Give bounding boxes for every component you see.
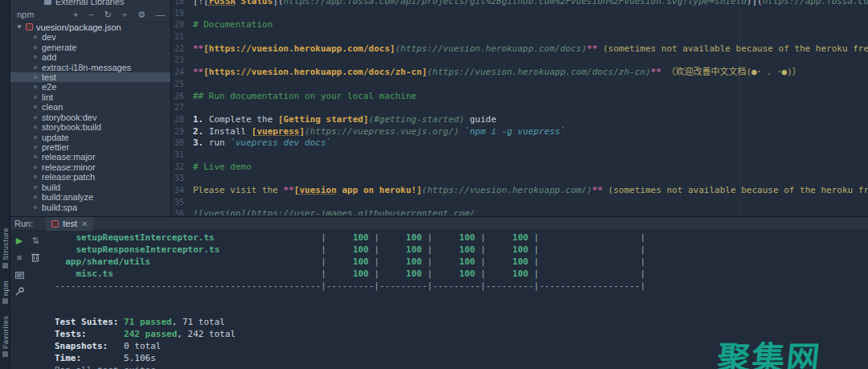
line-number: 22 [171, 43, 187, 55]
editor-line: 20# Documentation [171, 19, 868, 31]
npm-scripts-tree: ▼ vuesion/package.json devgenerateaddext… [10, 22, 171, 212]
pin-icon[interactable] [14, 285, 25, 297]
code-segment: )]( [747, 0, 763, 6]
npm-tree-root[interactable]: ▼ vuesion/package.json [10, 22, 171, 32]
npm-script-e2e[interactable]: e2e [10, 82, 171, 92]
npm-script-label: test [42, 72, 56, 82]
script-bullet-icon [34, 206, 37, 209]
code-text: 3. run `vuepress dev docs` [187, 137, 331, 150]
rerun-play-icon[interactable]: ▶ [14, 235, 25, 246]
code-segment [459, 126, 465, 137]
npm-script-add[interactable]: add [10, 52, 171, 62]
line-number: 25 [171, 79, 187, 91]
code-text [187, 31, 193, 43]
summary-rest: 5.106s [124, 353, 156, 363]
script-bullet-icon [34, 66, 37, 69]
npm-script-build:spa[interactable]: build:spa [10, 202, 171, 211]
tool-strip-tab-npm[interactable]: npm [0, 272, 10, 304]
tool-strip-tab-structure[interactable]: Structure [0, 219, 10, 269]
script-bullet-icon [34, 46, 37, 49]
line-number: 36 [171, 208, 187, 215]
code-segment: ## Run documentation on your local machi… [193, 91, 416, 101]
script-bullet-icon [34, 136, 37, 139]
npm-script-label: lint [42, 92, 53, 102]
editor-line: 35 [171, 197, 868, 209]
code-text: # Documentation [187, 19, 272, 31]
line-number: 35 [171, 197, 187, 209]
editor-line: 27 [171, 102, 868, 114]
close-icon[interactable]: ✕ [81, 219, 88, 228]
chevron-down-icon: ▼ [16, 23, 23, 31]
npm-script-generate[interactable]: generate [10, 42, 171, 51]
npm-script-label: release:major [42, 152, 96, 162]
npm-package-icon [26, 23, 33, 31]
summary-rest: 0 total [124, 341, 161, 351]
npm-script-test[interactable]: test [10, 72, 171, 82]
script-bullet-icon [34, 155, 37, 158]
npm-script-release:major[interactable]: release:major [10, 152, 171, 162]
script-bullet-icon [34, 55, 37, 59]
tool-strip-tab-favorites[interactable]: Favorites [0, 307, 10, 357]
code-text: ## Run documentation on your local machi… [187, 91, 416, 103]
npm-script-label: clean [42, 102, 63, 112]
sort-filter-icon[interactable]: ⇅ [30, 235, 41, 246]
line-number: 20 [171, 19, 187, 31]
remove-icon[interactable]: − [88, 10, 93, 19]
npm-script-release:patch[interactable]: release:patch [10, 172, 171, 182]
npm-script-label: storybook:build [42, 122, 101, 132]
coverage-value: 100 [326, 232, 375, 243]
refresh-icon[interactable]: ↻ [104, 10, 112, 19]
code-segment: # Documentation [193, 19, 272, 30]
npm-script-extract-i18n-messages[interactable]: extract-i18n-messages [10, 62, 171, 72]
code-segment: 2. [193, 126, 209, 137]
run-tab-test[interactable]: test ✕ [46, 217, 93, 231]
collapse-all-icon[interactable]: ÷ [122, 10, 127, 19]
npm-script-dev[interactable]: dev [10, 32, 171, 42]
left-tool-strip: StructurenpmFavorites [0, 0, 10, 369]
script-bullet-icon [34, 186, 37, 189]
npm-script-clean[interactable]: clean [10, 102, 171, 112]
line-number: 26 [171, 91, 187, 103]
npm-script-build[interactable]: build [10, 182, 171, 192]
hide-panel-icon[interactable]: — [156, 10, 165, 19]
npm-script-lint[interactable]: lint [10, 92, 171, 102]
code-segment: (https://vuepress.vuejs.org/) [305, 126, 459, 137]
test-console-output[interactable]: setupRequestInterceptor.ts | 100 | 100 |… [55, 232, 645, 369]
run-label: Run: [14, 219, 33, 228]
code-segment: app on heroku!] [337, 185, 422, 195]
coverage-value: 100 [326, 256, 375, 267]
coverage-value: 100 [379, 269, 428, 279]
console-view-icon[interactable] [14, 269, 25, 281]
editor-line: 19 [171, 8, 868, 20]
npm-script-build:analyze[interactable]: build:analyze [10, 192, 171, 202]
npm-script-storybook:dev[interactable]: storybook:dev [10, 113, 171, 122]
npm-script-release:minor[interactable]: release:minor [10, 162, 171, 172]
editor-pane[interactable]: 18[![FOSSA Status](https://app.fossa.com… [171, 0, 868, 215]
npm-script-label: release:minor [42, 162, 96, 172]
settings-gear-icon[interactable]: ⚙ [137, 10, 145, 19]
code-segment: (sometimes not available because of the … [603, 185, 868, 195]
editor-line: 23 [171, 55, 868, 67]
code-segment: run [209, 137, 231, 148]
coverage-row: setupRequestInterceptor.ts | 100 | 100 |… [55, 232, 645, 244]
npm-package-icon [51, 220, 59, 228]
stop-icon[interactable]: ■ [14, 252, 25, 263]
line-number: 21 [171, 31, 187, 43]
code-text [187, 173, 193, 185]
add-icon[interactable]: + [73, 10, 78, 19]
code-segment: [https://vuesion.herokuapp.com/docs/zh-c… [203, 67, 427, 77]
code-segment: ]( [272, 0, 283, 6]
summary-label: Time: [55, 352, 124, 364]
trash-icon[interactable] [30, 252, 41, 263]
script-bullet-icon [34, 166, 37, 169]
npm-script-prettier[interactable]: prettier [10, 142, 171, 152]
project-tree-external-libraries[interactable]: External Libraries [44, 0, 125, 7]
summary-rest: , 71 total [172, 317, 225, 327]
npm-script-storybook:build[interactable]: storybook:build [10, 122, 171, 132]
run-toolbar: ▶ ■ ⇅ [10, 231, 44, 369]
summary-label: Test Suites: [55, 316, 124, 328]
code-segment: ** [284, 185, 294, 195]
summary-final: Ran all test suites. [55, 364, 645, 369]
code-text: 2. Install [vuepress](https://vuepress.v… [187, 126, 566, 138]
npm-script-update[interactable]: update [10, 132, 171, 141]
